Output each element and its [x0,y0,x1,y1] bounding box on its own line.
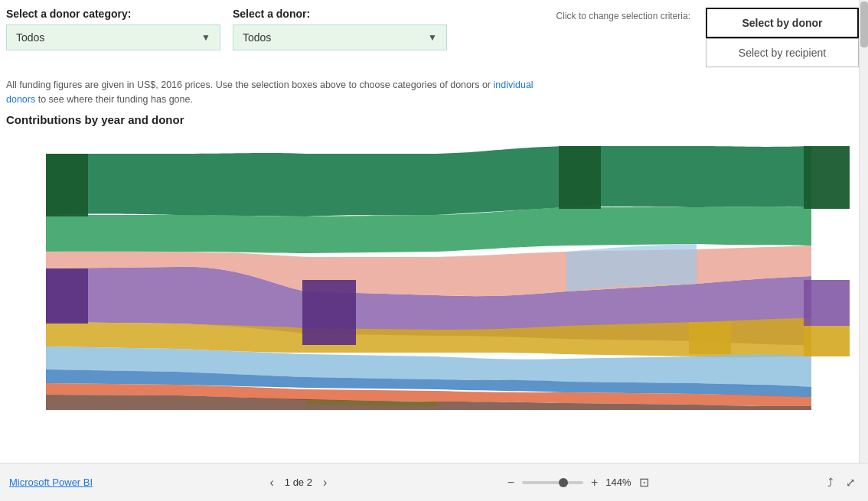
filter2-label: Select a donor: [233,8,447,20]
svg-rect-4 [559,146,601,209]
prev-page-button[interactable]: ‹ [265,474,278,491]
svg-rect-9 [804,280,850,326]
share-button[interactable]: ⤴ [824,473,837,493]
zoom-controls: − + 144% ⊡ [504,472,652,493]
page-navigation: ‹ 1 de 2 › [265,474,331,491]
individual-donors-link[interactable]: individual donors [6,80,534,105]
info-text: All funding figures are given in US$, 20… [0,73,551,110]
sankey-chart [0,131,859,410]
page-indicator: 1 de 2 [285,477,312,488]
svg-rect-8 [689,322,731,354]
filter1-label: Select a donor category: [6,8,220,20]
chart-title: Contributions by year and donor [0,110,868,131]
donor-dropdown[interactable]: Todos ▼ [233,24,447,50]
zoom-in-button[interactable]: + [588,473,601,493]
zoom-handle[interactable] [559,478,568,487]
select-by-donor-button[interactable]: Select by donor [706,8,859,38]
top-bar: Select a donor category: Todos ▼ Select … [0,0,868,73]
select-by-recipient-button[interactable]: Select by recipient [706,38,859,67]
svg-rect-7 [804,326,850,356]
scrollbar-right[interactable] [859,0,868,463]
zoom-out-button[interactable]: − [504,473,517,493]
bottom-bar: Microsoft Power BI ‹ 1 de 2 › − + 144% ⊡… [0,463,868,501]
chevron-down-icon: ▼ [201,32,210,43]
svg-rect-3 [46,154,88,216]
chart-area [0,131,868,414]
selection-buttons: Select by donor Select by recipient [706,8,859,67]
click-to-change-label: Click to change selection criteria: [556,8,690,21]
filter-donor-category: Select a donor category: Todos ▼ [6,8,220,50]
svg-rect-2 [302,280,356,345]
filter-donor: Select a donor: Todos ▼ [233,8,447,50]
chevron-down-icon-2: ▼ [428,32,437,43]
zoom-slider[interactable] [522,481,583,484]
power-bi-link[interactable]: Microsoft Power BI [9,477,93,488]
donor-category-dropdown[interactable]: Todos ▼ [6,24,220,50]
svg-rect-1 [46,268,88,324]
next-page-button[interactable]: › [318,474,331,491]
action-buttons: ⤴ ⤢ [824,473,859,493]
svg-rect-5 [804,146,850,209]
donor-category-value: Todos [16,31,44,44]
scrollbar-thumb[interactable] [860,2,868,47]
fullscreen-button[interactable]: ⤢ [843,473,859,493]
zoom-level-label: 144% [605,477,631,488]
fit-to-page-button[interactable]: ⊡ [636,472,652,493]
donor-value: Todos [243,31,271,44]
